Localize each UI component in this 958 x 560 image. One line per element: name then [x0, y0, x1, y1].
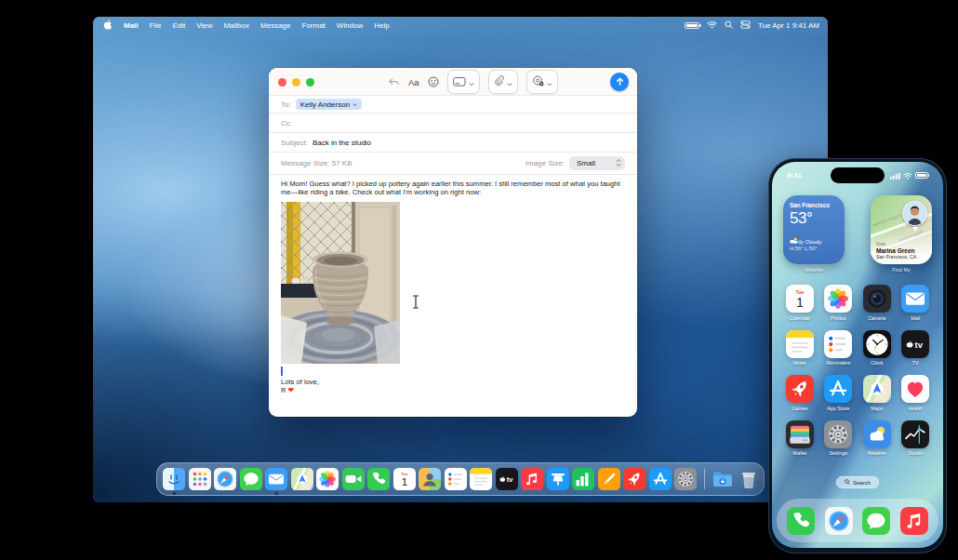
dock-icon-games[interactable]	[623, 468, 645, 490]
dock-icon-numbers[interactable]	[572, 468, 594, 490]
iphone-dock-phone[interactable]	[787, 507, 815, 535]
weather-temp: 53°	[790, 209, 838, 228]
format-button[interactable]: Aa	[408, 77, 419, 87]
reminders-icon	[445, 468, 467, 490]
dynamic-island	[831, 167, 885, 183]
menu-item-edit[interactable]: Edit	[166, 21, 191, 30]
dock-icon-notes[interactable]	[470, 468, 492, 490]
dock-icon-phone[interactable]	[367, 468, 390, 490]
dock-icon-photos[interactable]	[316, 468, 339, 490]
iphone-dock-messages[interactable]	[862, 507, 890, 535]
text-box-icon	[453, 73, 466, 90]
dock-icon-trash[interactable]	[738, 468, 760, 490]
facetime-icon	[342, 468, 365, 490]
close-button[interactable]	[278, 78, 286, 87]
app-label: Mail	[911, 315, 920, 321]
iphone-app-weather[interactable]: Weather	[858, 420, 896, 457]
dock-icon-appstore[interactable]	[649, 468, 672, 490]
iphone-dock-safari[interactable]	[825, 507, 853, 535]
settings-icon	[824, 420, 852, 448]
dock-icon-tv[interactable]: tv	[496, 468, 518, 490]
dock-icon-settings[interactable]	[674, 468, 697, 490]
dock-icon-mail[interactable]	[265, 468, 287, 490]
safari-icon	[214, 468, 236, 490]
wallet-icon	[786, 420, 814, 448]
cc-field[interactable]: Cc:	[269, 113, 637, 133]
insert-photo-button[interactable]	[526, 70, 558, 94]
search-icon[interactable]	[725, 20, 733, 31]
undo-button[interactable]	[388, 77, 400, 87]
iphone-app-wallet[interactable]: Wallet	[781, 420, 818, 457]
message-body[interactable]: Hi Mom! Guess what? I picked up pottery …	[281, 180, 623, 196]
menu-item-view[interactable]: View	[191, 21, 218, 30]
message-size-label: Message Size: 57 KB	[281, 159, 352, 167]
image-size-select[interactable]: Small	[569, 156, 625, 170]
chevron-down-icon	[507, 73, 512, 90]
dock-icon-calendar[interactable]: Tue1	[393, 468, 416, 490]
dock-icon-maps[interactable]	[291, 468, 313, 490]
findmy-widget[interactable]: MARINA GREEN DR MARINA BLVD Now Marina G…	[871, 195, 932, 264]
dock-icon-safari[interactable]	[214, 468, 236, 490]
menu-item-message[interactable]: Message	[255, 21, 296, 30]
dock-icon-contacts[interactable]	[419, 468, 441, 490]
message-closing[interactable]: Lots of love, R ❤	[281, 378, 319, 394]
dock-icon-reminders[interactable]	[445, 468, 467, 490]
attach-file-button[interactable]	[488, 70, 518, 94]
battery-icon[interactable]	[685, 22, 699, 30]
wifi-icon[interactable]	[707, 20, 717, 31]
iphone-app-maps[interactable]: Maps	[858, 375, 896, 411]
menu-item-format[interactable]: Format	[297, 21, 331, 30]
menu-bar-clock[interactable]: Tue Apr 1 9:41 AM	[758, 21, 819, 30]
music-icon	[521, 468, 543, 490]
iphone-app-mail[interactable]: Mail	[897, 285, 934, 321]
menu-item-file[interactable]: File	[144, 21, 167, 30]
dock-icon-pages[interactable]	[598, 468, 620, 490]
dock-icon-launchpad[interactable]	[189, 468, 211, 490]
app-label: Maps	[871, 406, 883, 411]
control-center-icon[interactable]	[740, 20, 751, 31]
send-button[interactable]	[610, 73, 629, 91]
recipient-token[interactable]: Kelly Anderson	[296, 99, 362, 110]
app-label: Weather	[868, 450, 886, 456]
dock-icon-music[interactable]	[521, 468, 543, 490]
iphone-app-tv[interactable]: tvTV	[897, 330, 934, 367]
spotlight-search-pill[interactable]: Search	[836, 476, 879, 488]
iphone-app-games[interactable]: Games	[781, 375, 818, 411]
iphone-app-reminders[interactable]: Reminders	[819, 330, 857, 367]
iphone-app-camera[interactable]: Camera	[858, 285, 896, 321]
dock-icon-finder[interactable]	[163, 468, 185, 490]
iphone-app-clock[interactable]: Clock	[858, 330, 896, 367]
attachment-image[interactable]	[281, 202, 400, 364]
dock-icon-downloads[interactable]	[712, 468, 734, 490]
weather-widget[interactable]: San Francisco 53° Partly Cloudy H:56° L:…	[783, 195, 845, 264]
svg-text:tv: tv	[915, 340, 924, 350]
menu-item-window[interactable]: Window	[331, 21, 368, 30]
iphone-app-appstore[interactable]: App Store	[819, 375, 857, 411]
emoji-button[interactable]	[428, 76, 439, 87]
menu-item-mail[interactable]: Mail	[118, 21, 144, 30]
iphone-app-calendar[interactable]: Tue1Calendar	[781, 285, 818, 321]
iphone-dock-music[interactable]	[900, 507, 928, 535]
window-titlebar[interactable]: Aa	[269, 68, 637, 96]
app-label: Calendar	[790, 315, 810, 321]
to-field[interactable]: To: Kelly Anderson	[269, 96, 637, 113]
iphone-app-settings[interactable]: Settings	[819, 420, 857, 457]
menu-item-help[interactable]: Help	[368, 21, 394, 30]
app-grid: Tue1CalendarPhotosCameraMailNotesReminde…	[780, 285, 935, 456]
iphone-app-health[interactable]: Health	[897, 375, 934, 411]
svg-text:tv: tv	[506, 475, 512, 484]
header-fields-button[interactable]	[447, 70, 480, 94]
menu-item-mailbox[interactable]: Mailbox	[218, 21, 255, 30]
iphone-app-stocks[interactable]: Stocks	[897, 420, 934, 457]
iphone-app-notes[interactable]: Notes	[781, 330, 818, 367]
minimize-button[interactable]	[292, 78, 300, 87]
dock-icon-facetime[interactable]	[342, 468, 365, 490]
subject-field[interactable]: Subject: Back in the studio	[269, 133, 637, 153]
messages-icon	[862, 507, 890, 535]
apple-menu[interactable]	[101, 20, 118, 32]
dock-icon-keynote[interactable]	[547, 468, 569, 490]
zoom-button[interactable]	[306, 78, 314, 87]
dock-icon-messages[interactable]	[240, 468, 262, 490]
findmy-location: Marina Green	[876, 247, 916, 254]
iphone-app-photos[interactable]: Photos	[819, 285, 857, 321]
